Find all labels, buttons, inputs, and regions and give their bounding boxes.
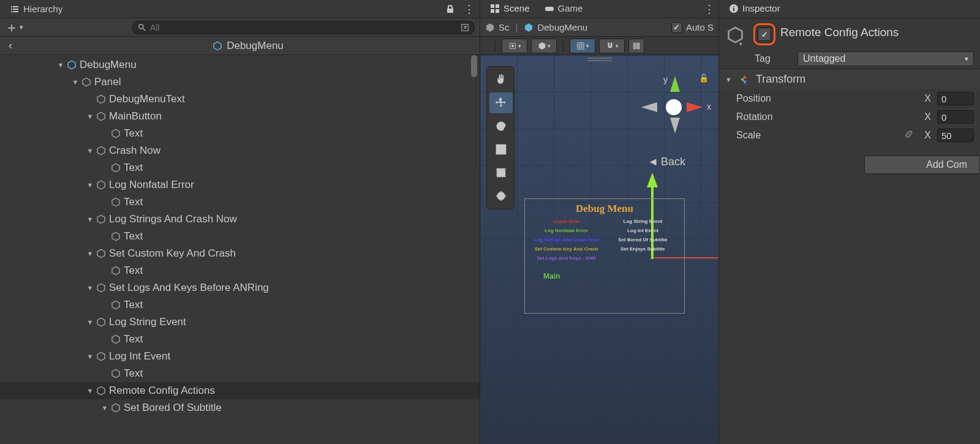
unified-tool[interactable]: [489, 186, 513, 206]
object-cube-icon: [725, 24, 745, 45]
position-x-field[interactable]: [937, 92, 974, 105]
scale-icon: [495, 143, 507, 156]
tree-row[interactable]: ▼Log Int Event: [0, 348, 480, 365]
search-icon: [138, 23, 146, 32]
tree-row[interactable]: ▼MainButton: [0, 108, 480, 125]
debug-menu-panel[interactable]: Debug Menu Crash NowLog Nonfatal ErrorLo…: [524, 198, 685, 314]
tree-item-label: Log Int Event: [109, 350, 170, 363]
rotation-row: Rotation X: [719, 108, 980, 126]
tree-row[interactable]: ▼Log Strings And Crash Now: [0, 211, 480, 228]
tag-dropdown[interactable]: Untagged: [797, 51, 974, 66]
foldout-toggle[interactable]: ▼: [71, 78, 80, 86]
foldout-toggle[interactable]: ▼: [86, 284, 94, 292]
crosshair-icon: [495, 190, 507, 202]
tree-row[interactable]: ▼Panel: [0, 73, 480, 91]
add-component-button[interactable]: Add Com: [864, 156, 980, 174]
move-tool[interactable]: [489, 92, 513, 113]
gameobject-icon: [110, 197, 121, 208]
foldout-toggle[interactable]: ▼: [86, 353, 94, 360]
tab-inspector[interactable]: Inspector: [723, 1, 786, 17]
hierarchy-scrollbar[interactable]: [470, 55, 478, 444]
tree-row[interactable]: ▼Set Bored Of Subtitle: [0, 399, 480, 416]
constrain-proportions-icon[interactable]: [904, 129, 915, 141]
tree-row[interactable]: Text: [0, 262, 480, 279]
grid-snap-dropdown[interactable]: ▾: [570, 39, 595, 53]
tree-row[interactable]: ▼Log String Event: [0, 314, 480, 331]
gizmo-lock-icon[interactable]: 🔓: [699, 73, 709, 83]
scene-kebab-icon[interactable]: ⋮: [704, 2, 715, 16]
camera-mode-dropdown[interactable]: ▾: [502, 39, 527, 53]
viewport-grip-icon[interactable]: [587, 58, 612, 61]
breadcrumb-back[interactable]: ‹: [5, 39, 16, 52]
tree-row[interactable]: Text: [0, 194, 480, 211]
foldout-toggle[interactable]: ▼: [86, 216, 94, 223]
tree-row[interactable]: Text: [0, 228, 480, 245]
tree-row[interactable]: ▼Set Custom Key And Crash: [0, 245, 480, 262]
foldout-toggle[interactable]: ▼: [86, 250, 94, 257]
hierarchy-tree: ▼DebugMenu▼PanelDebugMenuText▼MainButton…: [0, 55, 480, 444]
tree-row[interactable]: Text: [0, 159, 480, 176]
rotate-tool[interactable]: [489, 116, 513, 137]
inspector-tabs: Inspector: [719, 0, 980, 18]
scrollbar-thumb[interactable]: [471, 55, 477, 77]
object-name-field[interactable]: Remote Config Actions: [780, 26, 899, 39]
foldout-toggle[interactable]: ▼: [86, 318, 94, 326]
gizmo-x-axis[interactable]: [687, 102, 703, 112]
search-input[interactable]: [150, 23, 457, 32]
rotation-x-field[interactable]: [937, 110, 974, 124]
tree-row[interactable]: Text: [0, 331, 480, 348]
tree-row[interactable]: ▼Crash Now: [0, 142, 480, 159]
foldout-toggle[interactable]: ▼: [100, 404, 109, 412]
hierarchy-tab[interactable]: Hierarchy: [5, 1, 67, 17]
foldout-toggle[interactable]: ▼: [86, 147, 94, 154]
draw-mode-dropdown[interactable]: ▾: [531, 39, 557, 53]
tree-row[interactable]: Text: [0, 365, 480, 382]
panel-item: Log String Event: [624, 219, 663, 224]
tree-row[interactable]: ▼Remote Config Actions: [0, 382, 480, 399]
transform-component-header[interactable]: ▼ Transform: [719, 69, 980, 89]
foldout-toggle[interactable]: ▼: [56, 61, 65, 69]
scene-tabs: Scene Game ⋮: [480, 0, 718, 18]
tab-scene[interactable]: Scene: [484, 1, 536, 17]
transform-foldout[interactable]: ▼: [725, 76, 734, 83]
enabled-checkbox[interactable]: [758, 28, 771, 41]
foldout-toggle[interactable]: ▼: [86, 181, 94, 189]
scale-row: Scale X: [719, 126, 980, 145]
gizmo-neg-x-axis[interactable]: [641, 102, 657, 112]
create-dropdown[interactable]: ＋▾: [5, 23, 23, 31]
hierarchy-panel: Hierarchy ⋮ ＋▾ ‹ DebugMenu ▼DebugMenu▼Pa…: [0, 0, 480, 444]
hierarchy-search[interactable]: [132, 21, 475, 34]
tree-row[interactable]: ▼Set Logs And Keys Before ANRing: [0, 279, 480, 296]
rect-tool[interactable]: [489, 162, 513, 183]
auto-save-checkbox[interactable]: [671, 22, 682, 33]
gizmo-y-axis[interactable]: [670, 76, 680, 92]
scale-tool[interactable]: [489, 139, 513, 160]
orientation-gizmo[interactable]: 🔓 y x: [641, 73, 703, 135]
object-icon[interactable]: ▾: [725, 23, 748, 47]
tree-row[interactable]: Text: [0, 125, 480, 142]
svg-line-1: [143, 28, 145, 30]
lock-icon[interactable]: [445, 4, 455, 14]
scale-x-field[interactable]: [937, 129, 974, 142]
scene-viewport[interactable]: 🔓 y x ◄ Back Debug Menu Crash NowLog Non…: [480, 55, 718, 444]
hand-tool[interactable]: [489, 69, 513, 90]
scene-prefab-crumb[interactable]: DebugMenu: [524, 22, 587, 32]
foldout-toggle[interactable]: ▼: [86, 387, 94, 394]
tree-row[interactable]: ▼Log Nonfatal Error: [0, 176, 480, 194]
magnet-dropdown[interactable]: ▾: [599, 39, 625, 53]
scene-prefab-crumb-label: DebugMenu: [537, 22, 587, 32]
expand-search-icon[interactable]: [461, 23, 469, 32]
scene-root-crumb[interactable]: Sc: [485, 22, 510, 32]
rotation-x-label: X: [921, 111, 931, 122]
tree-row[interactable]: ▼DebugMenu: [0, 56, 480, 73]
gizmo-neg-y-axis[interactable]: [670, 118, 680, 134]
foldout-toggle[interactable]: ▼: [86, 113, 94, 120]
tree-row[interactable]: Text: [0, 296, 480, 314]
tree-row[interactable]: DebugMenuText: [0, 91, 480, 108]
panel-item: Set Custom Key And Crash: [535, 246, 598, 252]
mic-button[interactable]: [628, 39, 644, 53]
gizmo-center[interactable]: [666, 99, 682, 115]
tab-game[interactable]: Game: [538, 1, 589, 17]
auto-save-toggle[interactable]: Auto S: [671, 22, 714, 33]
move-gizmo-y-arrow[interactable]: [647, 173, 658, 187]
